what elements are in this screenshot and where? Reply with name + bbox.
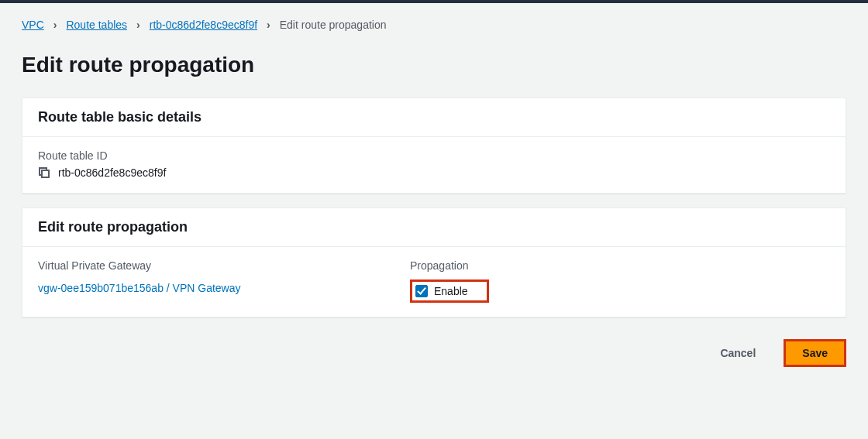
route-table-id-label: Route table ID	[38, 149, 830, 162]
vgw-header: Virtual Private Gateway	[38, 259, 410, 272]
route-table-basic-details-panel: Route table basic details Route table ID…	[22, 98, 846, 194]
enable-propagation-label: Enable	[434, 285, 468, 297]
propagation-table: Virtual Private Gateway vgw-0ee159b071be…	[38, 259, 830, 303]
enable-checkbox-cell: Enable	[410, 280, 489, 303]
panel-body: Route table ID rtb-0c86d2fe8c9ec8f9f	[22, 137, 846, 193]
chevron-right-icon: ›	[136, 17, 140, 33]
svg-rect-1	[42, 170, 49, 177]
details-panel-title: Route table basic details	[38, 109, 830, 125]
propagation-column: Propagation Enable	[410, 259, 830, 303]
page-title: Edit route propagation	[22, 51, 846, 79]
vgw-column: Virtual Private Gateway vgw-0ee159b071be…	[38, 259, 410, 303]
cancel-button[interactable]: Cancel	[708, 341, 768, 365]
footer-actions: Cancel Save	[22, 331, 846, 367]
breadcrumb-vpc-link[interactable]: VPC	[22, 17, 44, 33]
breadcrumb: VPC › Route tables › rtb-0c86d2fe8c9ec8f…	[22, 17, 846, 51]
breadcrumb-route-table-id-link[interactable]: rtb-0c86d2fe8c9ec8f9f	[150, 17, 257, 33]
panel-body: Virtual Private Gateway vgw-0ee159b071be…	[22, 247, 846, 317]
breadcrumb-current: Edit route propagation	[280, 17, 387, 33]
save-button-highlight: Save	[784, 339, 846, 367]
propagation-panel-title: Edit route propagation	[38, 219, 830, 235]
enable-propagation-checkbox[interactable]	[415, 285, 428, 297]
vgw-link[interactable]: vgw-0ee159b071be156ab / VPN Gateway	[38, 282, 241, 294]
copy-icon[interactable]	[38, 166, 50, 179]
chevron-right-icon: ›	[267, 17, 270, 33]
edit-route-propagation-panel: Edit route propagation Virtual Private G…	[22, 207, 846, 317]
propagation-header: Propagation	[410, 259, 830, 272]
route-table-id-row: rtb-0c86d2fe8c9ec8f9f	[38, 166, 830, 179]
panel-header: Edit route propagation	[22, 208, 846, 247]
breadcrumb-route-tables-link[interactable]: Route tables	[66, 17, 127, 33]
chevron-right-icon: ›	[53, 17, 57, 33]
panel-header: Route table basic details	[22, 98, 846, 137]
route-table-id-value: rtb-0c86d2fe8c9ec8f9f	[58, 166, 166, 179]
save-button[interactable]: Save	[786, 341, 844, 365]
page-container: VPC › Route tables › rtb-0c86d2fe8c9ec8f…	[0, 3, 868, 381]
